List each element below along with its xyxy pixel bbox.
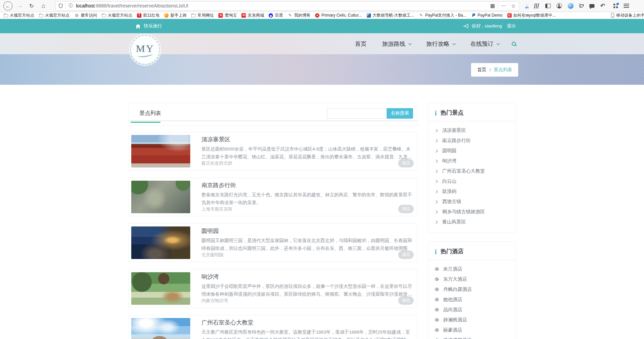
hot-attraction-item[interactable]: 清凉寨景区 (435, 125, 509, 136)
hot-attraction-item[interactable]: 西塘古镇 (435, 197, 509, 207)
menu-icon[interactable] (624, 5, 629, 6)
nav-item[interactable]: 在线预订 (470, 40, 499, 48)
attraction-card[interactable]: 清凉寨景区 景区总面积6000余亩，年平均温度低于武汉市中心城区4-6度；山体高… (128, 132, 417, 171)
hot-hotel-item[interactable]: 东方大酒店 (435, 274, 509, 284)
bookmark-icon: T (137, 13, 141, 18)
account-icon[interactable] (557, 3, 562, 8)
bookmark-item[interactable]: 百度 (266, 12, 285, 19)
hot-hotel-item[interactable]: 米兰酒店 (435, 264, 509, 274)
hot-hotel-label: 她他酒店 (443, 297, 462, 303)
undo-closed-tab-icon[interactable]: ↶ (600, 2, 605, 9)
hot-hotel-item[interactable]: 丽豪酒店 (435, 325, 509, 335)
attraction-title[interactable]: 广州石室圣心大教堂 (201, 319, 414, 326)
name-search-input[interactable] (327, 108, 387, 119)
sidebar-column: 热门景点 清凉寨景区 南京路步行街 圆明园 响沙湾 广州石室圣心大教堂 白云山 … (428, 103, 516, 339)
attraction-card[interactable]: 南京路步行街 整条南京东路灯光闪亮，五光十色。南京路以其华美的建筑、林立的商店、… (128, 178, 417, 216)
bookmark-item[interactable]: JD 京东商城 (239, 12, 266, 19)
hot-hotels-header: 热门酒店 (428, 242, 515, 260)
bookmark-item[interactable]: 常用网址 (189, 12, 216, 19)
page-actions-icon[interactable]: ⋯ (501, 3, 506, 9)
qr-code-icon[interactable]: ▦ (490, 3, 495, 9)
hot-hotel-item[interactable]: 丹枫白露酒店 (435, 284, 509, 295)
bookmark-icon: JD (241, 13, 246, 18)
hot-attraction-item[interactable]: 桐乡乌镇古镇旅游区 (435, 207, 509, 217)
attraction-photo (131, 318, 190, 339)
nav-item[interactable]: 旅游路线 (382, 40, 411, 48)
bookmark-item[interactable]: T 双11红包 (135, 12, 162, 19)
logout-link[interactable]: 退出 (507, 23, 516, 29)
attraction-title[interactable]: 圆明园 (201, 227, 414, 235)
hot-attraction-item[interactable]: 鼓浪屿 (435, 186, 509, 197)
screenshot-icon[interactable] (579, 4, 584, 8)
name-search-button[interactable]: 名称搜索 (387, 108, 413, 119)
bookmark-label: 大数据导航-大数据工... (373, 13, 414, 18)
bookmark-label: 如何在mysql数据库中... (513, 13, 556, 18)
bookmark-label: 常用网址 (197, 13, 214, 18)
bookmark-item[interactable]: 大数据导航-大数据工... (364, 12, 416, 19)
mobile-bookmarks[interactable]: 移动设备上的书签 (609, 12, 644, 19)
chevron-down-icon (496, 42, 500, 45)
sidebar-toggle-icon[interactable] (545, 4, 551, 8)
attraction-title[interactable]: 清凉寨景区 (201, 136, 414, 143)
site-info-icon[interactable]: ⓘ (69, 3, 73, 9)
hot-attraction-item[interactable]: 响沙湾 (435, 156, 509, 166)
hot-hotel-item[interactable]: 静澜栈酒店 (435, 315, 509, 325)
site-brand[interactable]: 快乐旅行 (128, 23, 162, 29)
bookmark-icon: C (507, 13, 512, 18)
bookmark-item[interactable]: P PayPal Demo (469, 12, 505, 19)
bookmark-item[interactable]: 火狐官方站点 (1, 12, 37, 19)
attraction-title[interactable]: 响沙湾 (201, 273, 414, 281)
hot-attraction-item[interactable]: 南京路步行街 (435, 136, 509, 146)
url-text[interactable]: localhost:8888/travel/reserve/reserveAtt… (76, 3, 490, 8)
bookmarks-overflow-icon[interactable]: » (526, 12, 529, 19)
attraction-photo (131, 272, 190, 305)
attraction-info: 南京路步行街 整条南京东路灯光闪亮，五光十色。南京路以其华美的建筑、林立的商店、… (201, 181, 414, 213)
hot-hotel-label: 品尚酒店 (443, 307, 462, 313)
hot-hotel-item[interactable]: 品尚酒店 (435, 305, 509, 315)
forward-icon[interactable]: → (17, 2, 23, 9)
bookmark-item[interactable]: Primary Cells, Cultur... (313, 12, 364, 19)
nav-item-label: 旅游路线 (382, 40, 405, 48)
downloads-icon[interactable]: ↓ (525, 3, 529, 8)
bookmark-item[interactable]: 火狐官方站点 (99, 12, 135, 19)
bookmark-item[interactable]: 淘 爱淘宝 (216, 12, 239, 19)
bookmark-item[interactable]: 火狐官方站点 (37, 12, 72, 19)
breadcrumb-home-link[interactable]: 首页 (477, 67, 486, 73)
refresh-icon[interactable]: ↻ (28, 3, 35, 9)
shield-icon[interactable] (59, 3, 63, 8)
user-info: 你好 , xiaofeng 退出 (463, 23, 516, 29)
site-topbar: 快乐旅行 你好 , xiaofeng 退出 (0, 19, 644, 33)
extension-globe-icon[interactable] (568, 3, 573, 9)
bookmark-item[interactable]: ✎ PayPal支付接入 - Ba... (416, 12, 469, 19)
attraction-title[interactable]: 南京路步行街 (201, 181, 414, 189)
tab-attractions-list[interactable]: 景点列表 (135, 110, 165, 117)
site-logo[interactable]: MY (130, 35, 160, 65)
hot-attraction-item[interactable]: 广州石室圣心大教堂 (435, 166, 509, 176)
chevron-right-icon (435, 200, 438, 203)
attraction-card[interactable]: 广州石室圣心大教堂 天主教广州教区宏伟而有特色的一间大教堂。该教堂建于1863年… (128, 315, 417, 339)
bookmark-item[interactable]: ✎ 我的博客 (285, 12, 313, 19)
hot-hotel-item[interactable]: 浪漫满屋酒店 (435, 335, 509, 339)
url-bar[interactable]: ⓘ localhost:8888/travel/reserve/reserveA… (55, 1, 519, 11)
hot-hotel-item[interactable]: 她他酒店 (435, 295, 509, 305)
messages-icon[interactable] (589, 4, 594, 8)
bookmark-item[interactable]: C 如何在mysql数据库中... (505, 12, 558, 19)
chevron-right-icon (435, 180, 438, 183)
attraction-card[interactable]: 圆明园 圆明园又称圆明三园，是清代大型皇家园林，它坐落在北京西北郊，与颐和园毗邻… (128, 223, 417, 262)
bookmark-label: 百度 (275, 13, 283, 18)
nav-item[interactable]: 旅行攻略 (426, 40, 455, 48)
hot-attraction-item[interactable]: 圆明园 (435, 146, 509, 156)
bookmark-item[interactable]: 新手上路 (162, 12, 189, 19)
hot-attraction-item[interactable]: 黄山风景区 (435, 217, 509, 227)
back-icon[interactable]: ← (3, 1, 13, 11)
hot-attraction-item[interactable]: 白云山 (435, 176, 509, 186)
attraction-card[interactable]: 响沙湾 这里因沙子会唱歌而蜚声中外，景区内的游玩项目众多，就像一个沙漠大型游乐园… (128, 269, 417, 308)
library-icon[interactable] (534, 3, 540, 8)
extensions-icon[interactable] (613, 4, 618, 8)
bookmark-item[interactable]: ⚙ 最常访问 (72, 12, 99, 19)
hot-hotels-title: 热门酒店 (441, 247, 464, 255)
nav-item[interactable]: 首页 (355, 40, 367, 48)
bookmark-star-icon[interactable]: ☆ (511, 3, 516, 9)
browser-home-icon[interactable]: ⌂ (40, 2, 47, 9)
nav-search-icon[interactable] (512, 42, 516, 46)
